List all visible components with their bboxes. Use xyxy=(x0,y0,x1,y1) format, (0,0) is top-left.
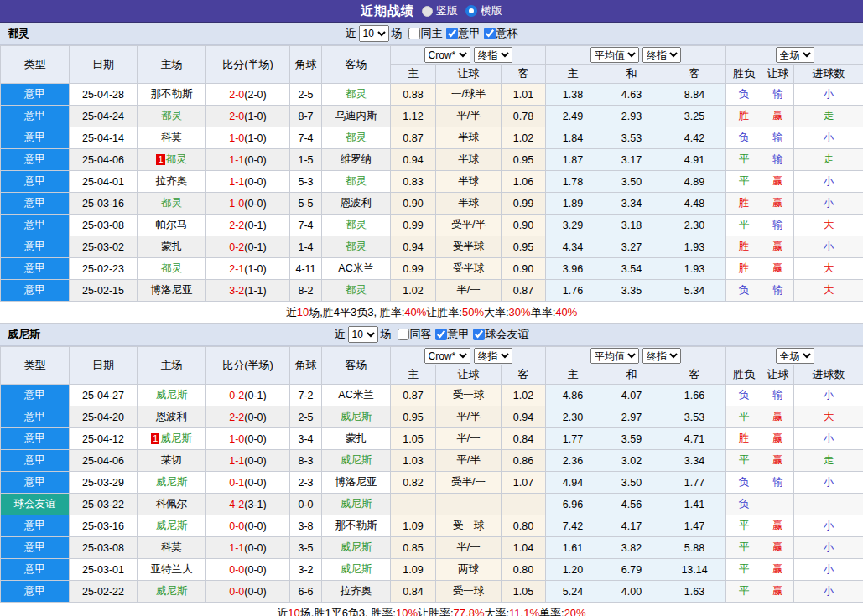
odds-away: 0.80 xyxy=(502,559,546,581)
corner-cell: 3-5 xyxy=(290,537,322,559)
avg-draw: 3.50 xyxy=(600,472,663,494)
result-label: 胜 xyxy=(739,432,750,444)
bookmaker-select[interactable]: Crow* xyxy=(424,348,470,364)
avg-away: 1.63 xyxy=(663,581,726,603)
checkbox-意甲[interactable] xyxy=(435,329,447,340)
match-row: 意甲25-04-01拉齐奥1-1(0-0)5-3都灵0.83半球1.061.78… xyxy=(1,171,863,193)
score-cell: 1-1(0-0) xyxy=(206,171,290,193)
checkbox-同主[interactable] xyxy=(408,28,420,39)
match-date: 25-03-08 xyxy=(70,215,138,236)
fulltime-score: 2-0 xyxy=(229,111,244,122)
final-index-select-1[interactable]: 终指 xyxy=(474,47,512,63)
team-label: 帕尔马 xyxy=(156,219,188,230)
summary-text: 近10场,胜1平6负3, 胜率:10% 让胜率:77.8% 大率:11.1% 单… xyxy=(0,603,863,616)
odds-handicap: 半球 xyxy=(436,149,502,171)
halftime-score: (0-0) xyxy=(244,542,266,554)
filter-checkbox-意杯[interactable]: 意杯 xyxy=(481,26,518,41)
final-index-select-2[interactable]: 终指 xyxy=(642,348,681,364)
corner-cell: 3-4 xyxy=(290,428,322,450)
horizontal-radio-label[interactable]: 横版 xyxy=(481,3,502,18)
match-row: 意甲25-04-24都灵2-0(1-0)8-7乌迪内斯1.12平/半0.782.… xyxy=(1,106,863,127)
col-away: 客场 xyxy=(322,347,391,385)
fulltime-score: 3-2 xyxy=(229,285,244,297)
result-label: 赢 xyxy=(772,563,783,575)
col-corner: 角球 xyxy=(290,46,322,84)
avg-away: 1.93 xyxy=(663,236,726,258)
layout-radio-vertical[interactable]: 竖版 xyxy=(422,3,458,18)
avg-away: 4.71 xyxy=(663,428,726,450)
away-team-cell: 那不勒斯 xyxy=(322,515,391,537)
odds-home: 0.90 xyxy=(391,193,436,215)
average-select[interactable]: 平均值 xyxy=(590,348,639,364)
result-wdl: 平 xyxy=(726,450,762,472)
final-index-select-2[interactable]: 终指 xyxy=(642,47,681,63)
score-cell: 3-2(1-1) xyxy=(206,280,290,302)
halftime-score: (0-0) xyxy=(244,520,266,532)
fulltime-score: 1-1 xyxy=(229,455,244,467)
halftime-score: (1-0) xyxy=(244,132,266,144)
result-label: 平 xyxy=(739,563,750,575)
average-select[interactable]: 平均值 xyxy=(590,47,639,63)
col-date: 日期 xyxy=(70,46,138,84)
result-label: 负 xyxy=(739,284,750,296)
result-label: 小 xyxy=(824,476,834,488)
home-team-cell: 威尼斯 xyxy=(138,472,206,494)
home-team-cell: 那不勒斯 xyxy=(138,84,206,106)
team-label: AC米兰 xyxy=(338,389,373,401)
team-label: 威尼斯 xyxy=(341,411,372,422)
avg-draw: 3.27 xyxy=(600,236,663,258)
bookmaker-select[interactable]: Crow* xyxy=(424,47,470,63)
scope-select[interactable]: 全场 xyxy=(776,348,814,364)
filter-bar: 威尼斯 近 10 场 同客意甲球会友谊 xyxy=(0,324,863,346)
summary-segment: 20% xyxy=(564,607,586,616)
scope-select[interactable]: 全场 xyxy=(776,47,814,63)
filter-checkbox-意甲[interactable]: 意甲 xyxy=(443,26,481,41)
odds-away: 0.90 xyxy=(502,258,546,280)
avg-away: 1.77 xyxy=(663,472,726,494)
layout-radio-horizontal[interactable]: 横版 xyxy=(465,3,502,18)
team-section-venezia: 威尼斯 近 10 场 同客意甲球会友谊 类型 日期 主场 比分(半场) 角球 客… xyxy=(0,324,863,616)
filter-checkboxes: 同客意甲球会友谊 xyxy=(394,327,529,342)
checkbox-球会友谊[interactable] xyxy=(473,329,485,340)
result-label: 胜 xyxy=(739,262,750,274)
checkbox-同客[interactable] xyxy=(398,329,409,340)
odds-handicap: 受一球 xyxy=(436,515,502,537)
home-team-cell: 威尼斯 xyxy=(138,515,206,537)
result-wdl: 平 xyxy=(726,406,762,428)
odds-away xyxy=(502,494,546,515)
vertical-radio-label[interactable]: 竖版 xyxy=(436,3,458,18)
horizontal-radio-icon[interactable] xyxy=(465,5,477,17)
score-cell: 0-2(0-1) xyxy=(206,385,290,406)
match-type-badge: 意甲 xyxy=(1,581,70,603)
average-dropdowns: 平均值终指 xyxy=(546,347,726,365)
odds-home: 0.88 xyxy=(391,84,436,106)
games-label: 场 xyxy=(392,26,403,41)
filter-checkbox-同主[interactable]: 同主 xyxy=(405,26,443,41)
result-label: 小 xyxy=(824,563,834,575)
score-cell: 0-0(0-0) xyxy=(206,581,290,603)
final-index-select-1[interactable]: 终指 xyxy=(474,348,512,364)
home-team-cell: 1威尼斯 xyxy=(138,428,206,450)
vertical-radio-icon[interactable] xyxy=(422,6,433,17)
score-cell: 2-0(1-0) xyxy=(206,106,290,127)
away-team-cell: 拉齐奥 xyxy=(322,581,391,603)
match-count-select[interactable]: 10 xyxy=(348,326,378,343)
avg-home: 1.89 xyxy=(546,193,600,215)
filter-checkbox-同客[interactable]: 同客 xyxy=(394,327,432,342)
result-label: 负 xyxy=(739,476,750,488)
corner-cell: 7-2 xyxy=(290,385,322,406)
team-label: 都灵 xyxy=(346,241,367,252)
match-count-select[interactable]: 10 xyxy=(359,25,389,42)
scope-dropdown: 全场 xyxy=(726,347,863,365)
team-label: 都灵 xyxy=(161,197,182,209)
result-wdl: 平 xyxy=(726,149,762,171)
checkbox-意杯[interactable] xyxy=(484,28,496,39)
filter-checkbox-球会友谊[interactable]: 球会友谊 xyxy=(470,327,529,342)
away-team-cell: AC米兰 xyxy=(322,385,391,406)
result-handicap: 输 xyxy=(762,280,794,302)
odds-handicap: 平/半 xyxy=(436,406,502,428)
avg-away: 4.91 xyxy=(663,149,726,171)
result-label: 赢 xyxy=(772,241,783,252)
checkbox-意甲[interactable] xyxy=(446,28,458,39)
filter-checkbox-意甲[interactable]: 意甲 xyxy=(432,327,470,342)
